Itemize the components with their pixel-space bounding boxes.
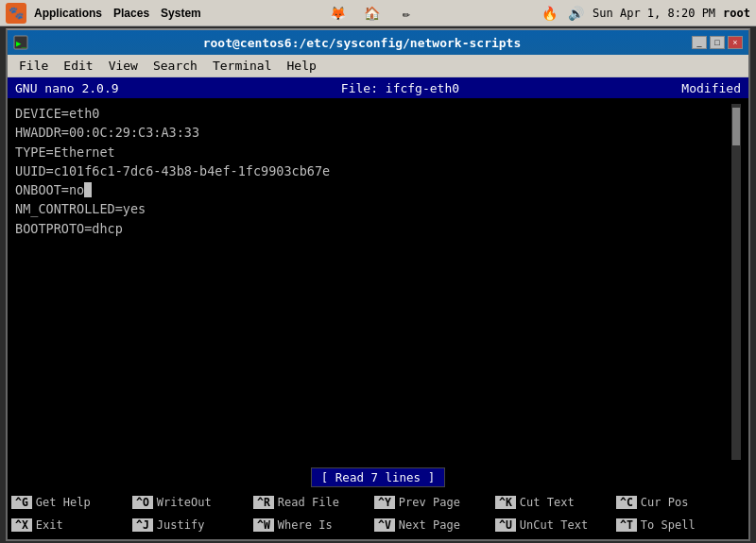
shortcut-key-writeout: ^O xyxy=(132,496,153,509)
system-bar-left: 🐾 Applications Places System xyxy=(6,3,205,24)
shortcut-exit: ^X Exit xyxy=(11,518,132,532)
username: root xyxy=(723,7,750,20)
nano-status-bar: GNU nano 2.0.9 File: ifcfg-eth0 Modified xyxy=(8,77,748,98)
editor-content[interactable]: DEVICE=eth0 HWADDR=00:0C:29:C3:A3:33 TYP… xyxy=(15,104,731,460)
cursor xyxy=(84,182,92,197)
menu-view[interactable]: View xyxy=(101,57,146,75)
maximize-button[interactable]: □ xyxy=(710,36,725,49)
shortcut-key-cut-text: ^K xyxy=(495,496,516,509)
shortcut-label-uncut-text: UnCut Text xyxy=(520,518,588,532)
notification-text: [ Read 7 lines ] xyxy=(311,467,445,487)
window-title: root@centos6:/etc/sysconfig/network-scri… xyxy=(32,36,692,50)
app-icon: 🐾 xyxy=(6,3,26,24)
shortcut-to-spell: ^T To Spell xyxy=(616,518,737,532)
system-bar-center: 🦊 🏠 ✏ xyxy=(329,4,416,23)
shortcut-label-where-is: Where Is xyxy=(278,518,333,532)
shortcut-key-justify: ^J xyxy=(132,518,153,532)
shortcut-label-prev-page: Prev Page xyxy=(399,496,460,509)
shortcut-get-help: ^G Get Help xyxy=(11,496,132,509)
shortcuts-bar: ^G Get Help ^O WriteOut ^R Read File ^Y … xyxy=(8,488,748,539)
shortcut-cur-pos: ^C Cur Pos xyxy=(616,496,737,509)
shortcut-key-where-is: ^W xyxy=(253,518,274,532)
terminal-icon-area: ▶_ xyxy=(13,35,32,50)
scrollbar-thumb[interactable] xyxy=(732,108,740,145)
shortcuts-row-2: ^X Exit ^J Justify ^W Where Is ^V Next P… xyxy=(8,518,748,532)
menu-search[interactable]: Search xyxy=(146,57,205,75)
terminal-icon: ▶_ xyxy=(13,35,28,50)
shortcut-label-cut-text: Cut Text xyxy=(520,496,575,509)
scrollbar[interactable] xyxy=(731,104,741,460)
shortcut-label-writeout: WriteOut xyxy=(157,496,212,509)
browser-icon[interactable]: 🦊 xyxy=(329,4,348,23)
minimize-button[interactable]: _ xyxy=(692,36,707,49)
shortcut-label-next-page: Next Page xyxy=(399,518,460,532)
system-bar: 🐾 Applications Places System 🦊 🏠 ✏ 🔥 🔊 S… xyxy=(0,0,756,26)
shortcut-label-read-file: Read File xyxy=(278,496,339,509)
shortcut-uncut-text: ^U UnCut Text xyxy=(495,518,616,532)
shortcut-where-is: ^W Where Is xyxy=(253,518,374,532)
shortcut-next-page: ^V Next Page xyxy=(374,518,495,532)
clock: Sun Apr 1, 8:20 PM xyxy=(593,7,715,20)
system-menu[interactable]: System xyxy=(157,5,205,22)
shortcut-key-uncut-text: ^U xyxy=(495,518,516,532)
shortcut-writeout: ^O WriteOut xyxy=(132,496,253,509)
shortcut-key-next-page: ^V xyxy=(374,518,395,532)
shortcut-label-exit: Exit xyxy=(36,518,63,532)
shortcut-key-cur-pos: ^C xyxy=(616,496,637,509)
shortcut-cut-text: ^K Cut Text xyxy=(495,496,616,509)
shortcut-label-cur-pos: Cur Pos xyxy=(641,496,689,509)
shortcut-key-get-help: ^G xyxy=(11,496,32,509)
shortcut-justify: ^J Justify xyxy=(132,518,253,532)
network-icon: 🔥 xyxy=(540,4,558,23)
shortcut-read-file: ^R Read File xyxy=(253,496,374,509)
title-bar: ▶_ root@centos6:/etc/sysconfig/network-s… xyxy=(8,30,748,55)
shortcut-prev-page: ^Y Prev Page xyxy=(374,496,495,509)
applications-menu[interactable]: Applications xyxy=(30,5,106,22)
nano-file-info: File: ifcfg-eth0 xyxy=(341,81,459,95)
shortcuts-row-1: ^G Get Help ^O WriteOut ^R Read File ^Y … xyxy=(8,496,748,509)
system-bar-right: 🔥 🔊 Sun Apr 1, 8:20 PM root xyxy=(540,4,750,23)
shortcut-label-to-spell: To Spell xyxy=(641,518,696,532)
editor-area[interactable]: DEVICE=eth0 HWADDR=00:0C:29:C3:A3:33 TYP… xyxy=(8,98,748,466)
menu-terminal[interactable]: Terminal xyxy=(205,57,280,75)
shortcut-key-prev-page: ^Y xyxy=(374,496,395,509)
shortcut-key-exit: ^X xyxy=(11,518,32,532)
shortcut-label-get-help: Get Help xyxy=(36,496,91,509)
svg-text:▶_: ▶_ xyxy=(16,39,26,48)
shortcut-key-read-file: ^R xyxy=(253,496,274,509)
places-menu[interactable]: Places xyxy=(110,5,153,22)
window-controls: _ □ × xyxy=(692,36,743,49)
menu-file[interactable]: File xyxy=(11,57,56,75)
speaker-icon[interactable]: 🔊 xyxy=(566,4,585,23)
menu-edit[interactable]: Edit xyxy=(56,57,100,75)
shortcut-key-to-spell: ^T xyxy=(616,518,637,532)
menu-help[interactable]: Help xyxy=(280,57,324,75)
menu-bar: File Edit View Search Terminal Help xyxy=(8,55,748,77)
nano-version: GNU nano 2.0.9 xyxy=(15,81,119,95)
edit-icon[interactable]: ✏ xyxy=(397,4,416,23)
nano-modified: Modified xyxy=(681,81,741,95)
home-icon[interactable]: 🏠 xyxy=(363,4,382,23)
notification-bar: [ Read 7 lines ] xyxy=(8,466,748,488)
terminal-window: ▶_ root@centos6:/etc/sysconfig/network-s… xyxy=(6,28,750,541)
shortcut-label-justify: Justify xyxy=(157,518,205,532)
close-button[interactable]: × xyxy=(728,36,743,49)
